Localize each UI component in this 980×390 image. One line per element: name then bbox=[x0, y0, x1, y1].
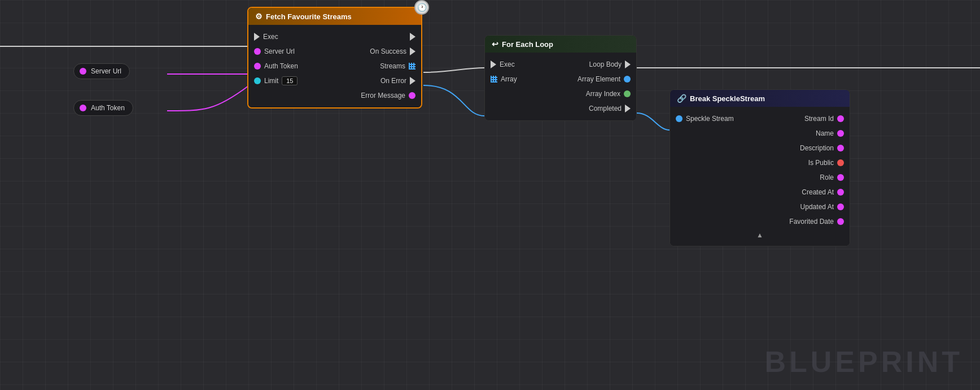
foreach-body: Exec Loop Body Array Array Element Array… bbox=[485, 53, 636, 120]
fetch-errormsg-pin bbox=[409, 92, 415, 99]
break-role-row: Role bbox=[670, 170, 850, 185]
fetch-limit-pin bbox=[254, 77, 261, 84]
break-createdat-label: Created At bbox=[802, 188, 834, 196]
break-streamid-pin bbox=[837, 115, 844, 122]
foreach-exec-label: Exec bbox=[500, 60, 515, 68]
break-header: 🔗 Break SpeckleStream bbox=[670, 90, 850, 107]
fetch-header: ⚙ Fetch Favourite Streams bbox=[248, 8, 421, 25]
break-name-row: Name bbox=[670, 126, 850, 141]
break-description-label: Description bbox=[800, 144, 834, 152]
break-role-pin bbox=[837, 174, 844, 181]
fetch-errormsg-label: Error Message bbox=[361, 92, 405, 99]
foreach-header: ↩ For Each Loop bbox=[485, 36, 636, 53]
break-ispublic-row: Is Public bbox=[670, 155, 850, 170]
fetch-streams-right: Streams bbox=[380, 62, 415, 70]
fetch-exec-right bbox=[410, 33, 415, 41]
fetch-serverurl-in-pin bbox=[254, 48, 261, 55]
break-description-row: Description bbox=[670, 141, 850, 155]
foreach-icon: ↩ bbox=[492, 40, 498, 49]
var-serverurl-node: Server Url bbox=[73, 63, 130, 79]
var-serverurl-label: Server Url bbox=[91, 67, 121, 75]
fetch-exec-left: Exec bbox=[254, 33, 278, 41]
break-ispublic-pin bbox=[837, 159, 844, 166]
foreach-array-left: Array bbox=[491, 75, 517, 83]
break-specklestream-row: Speckle Stream Stream Id bbox=[670, 111, 850, 126]
foreach-exec-in bbox=[491, 60, 496, 68]
break-role-label: Role bbox=[820, 174, 834, 181]
fetch-exec-label: Exec bbox=[263, 33, 278, 41]
fetch-limit-row: Limit 15 On Error bbox=[248, 73, 421, 88]
foreach-exec-row: Exec Loop Body bbox=[485, 57, 636, 72]
foreach-exec-left: Exec bbox=[491, 60, 515, 68]
break-updatedat-pin bbox=[837, 203, 844, 210]
break-title: Break SpeckleStream bbox=[690, 94, 765, 103]
break-favoriteddate-row: Favorited Date bbox=[670, 214, 850, 229]
break-createdat-row: Created At bbox=[670, 185, 850, 200]
fetch-limit-value[interactable]: 15 bbox=[282, 76, 298, 85]
foreach-arrayelement-label: Array Element bbox=[578, 75, 620, 83]
break-description-pin bbox=[837, 145, 844, 151]
fetch-onerror-label: On Error bbox=[380, 77, 406, 85]
break-ispublic-right: Is Public bbox=[808, 159, 844, 167]
foreach-arrayindex-row: Array Index bbox=[485, 86, 636, 101]
foreach-completed-label: Completed bbox=[589, 105, 622, 112]
fetch-node: ⚙ Fetch Favourite Streams 🕐 Exec Server … bbox=[247, 7, 422, 109]
break-streamid-label: Stream Id bbox=[804, 115, 834, 123]
fetch-onerror-pin bbox=[410, 77, 415, 85]
fetch-authtoken-label: Auth Token bbox=[264, 62, 298, 70]
clock-icon: 🕐 bbox=[414, 0, 429, 15]
break-updatedat-right: Updated At bbox=[800, 203, 844, 211]
foreach-completed-right: Completed bbox=[589, 105, 631, 112]
foreach-array-label: Array bbox=[501, 75, 517, 83]
foreach-arrayelement-pin bbox=[624, 76, 631, 83]
serverurl-output-pin bbox=[80, 68, 86, 75]
var-authtoken-label: Auth Token bbox=[91, 104, 125, 112]
break-createdat-pin bbox=[837, 189, 844, 196]
fetch-authtoken-in-pin bbox=[254, 63, 261, 70]
foreach-arrayindex-label: Array Index bbox=[586, 90, 620, 98]
fetch-errormsg-row: Error Message bbox=[248, 88, 421, 103]
break-ispublic-label: Is Public bbox=[808, 159, 834, 167]
foreach-arrayindex-right: Array Index bbox=[586, 90, 631, 98]
break-icon: 🔗 bbox=[677, 94, 686, 103]
fetch-exec-in-pin bbox=[254, 33, 260, 41]
break-specklestream-left: Speckle Stream bbox=[676, 115, 734, 123]
foreach-title: For Each Loop bbox=[502, 40, 553, 49]
fetch-serverurl-left: Server Url bbox=[254, 47, 295, 55]
break-scroll-arrow: ▲ bbox=[670, 229, 850, 241]
break-updatedat-row: Updated At bbox=[670, 200, 850, 214]
fetch-streams-pin bbox=[409, 63, 415, 70]
fetch-title: Fetch Favourite Streams bbox=[266, 12, 352, 21]
break-description-right: Description bbox=[800, 144, 844, 152]
fetch-authtoken-row: Auth Token Streams bbox=[248, 59, 421, 73]
fetch-exec-out-pin bbox=[410, 33, 415, 41]
break-createdat-right: Created At bbox=[802, 188, 844, 196]
fetch-exec-row: Exec bbox=[248, 29, 421, 44]
break-specklestream-pin bbox=[676, 115, 683, 122]
break-body: Speckle Stream Stream Id Name Descriptio… bbox=[670, 107, 850, 246]
foreach-array-row: Array Array Element bbox=[485, 72, 636, 86]
foreach-completed-pin bbox=[625, 105, 631, 112]
break-name-label: Name bbox=[816, 129, 834, 137]
break-favoriteddate-right: Favorited Date bbox=[789, 218, 844, 226]
break-specklestream-label: Speckle Stream bbox=[686, 115, 734, 123]
foreach-loopbody-right: Loop Body bbox=[589, 60, 631, 68]
fetch-onsuccess-pin bbox=[410, 47, 415, 55]
break-favoriteddate-pin bbox=[837, 218, 844, 225]
break-node: 🔗 Break SpeckleStream Speckle Stream Str… bbox=[670, 89, 850, 246]
fetch-serverurl-label: Server Url bbox=[264, 47, 295, 55]
foreach-array-pin bbox=[491, 76, 497, 83]
fetch-body: Exec Server Url On Success Auth Token bbox=[248, 25, 421, 107]
break-updatedat-label: Updated At bbox=[800, 203, 834, 211]
fetch-gear-icon: ⚙ bbox=[255, 12, 262, 21]
foreach-loopbody-pin bbox=[625, 60, 631, 68]
foreach-node: ↩ For Each Loop Exec Loop Body Array Arr… bbox=[484, 35, 637, 121]
fetch-limit-label: Limit bbox=[264, 77, 278, 85]
foreach-completed-row: Completed bbox=[485, 101, 636, 116]
blueprint-watermark: BLUEPRINT bbox=[764, 345, 963, 379]
authtoken-output-pin bbox=[80, 105, 86, 111]
break-favoriteddate-label: Favorited Date bbox=[789, 218, 834, 226]
break-streamid-right: Stream Id bbox=[804, 115, 844, 123]
fetch-authtoken-left: Auth Token bbox=[254, 62, 298, 70]
fetch-limit-left: Limit 15 bbox=[254, 76, 298, 85]
